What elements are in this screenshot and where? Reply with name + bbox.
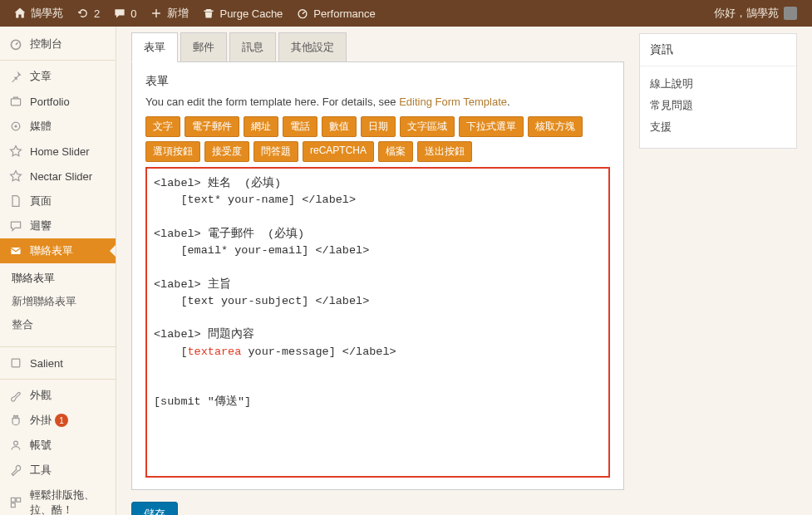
comment-icon [8, 218, 23, 233]
tag-button[interactable]: 電子郵件 [185, 116, 239, 137]
toolbar-comments[interactable]: 0 [106, 0, 143, 27]
info-links: 線上說明常見問題支援 [640, 66, 796, 148]
menu-contact-forms[interactable]: 聯絡表單 [0, 238, 116, 263]
tag-button[interactable]: 檔案 [378, 141, 413, 162]
info-box: 資訊 線上說明常見問題支援 [639, 33, 797, 149]
info-link[interactable]: 支援 [650, 116, 786, 138]
admin-toolbar: 鵠學苑 2 0 新增 Purge Cache Performance 你好，鵠學… [0, 0, 812, 27]
menu-pages[interactable]: 頁面 [0, 189, 116, 213]
menu-portfolio[interactable]: Portfolio [0, 89, 116, 114]
mail-icon [8, 243, 23, 258]
tag-button[interactable]: 送出按鈕 [417, 141, 472, 162]
svg-rect-5 [11, 248, 20, 254]
toolbar-performance[interactable]: Performance [289, 0, 381, 27]
tag-button[interactable]: 文字區域 [400, 116, 455, 137]
svg-point-1 [11, 40, 20, 49]
tag-button[interactable]: reCAPTCHA [303, 141, 374, 162]
tag-button[interactable]: 選項按鈕 [145, 141, 200, 162]
greeting-text: 你好，鵠學苑 [714, 6, 779, 21]
menu-users[interactable]: 帳號 [0, 433, 116, 458]
comment-icon [113, 7, 126, 20]
menu-responses[interactable]: 迴響 [0, 213, 116, 238]
tab-messages[interactable]: 訊息 [229, 32, 276, 62]
submenu-cf-integrate[interactable]: 整合 [0, 313, 116, 336]
svg-point-4 [14, 125, 17, 127]
tab-bar: 表單 郵件 訊息 其他設定 [131, 32, 624, 61]
media-icon [8, 119, 23, 134]
menu-posts[interactable]: 文章 [0, 60, 116, 89]
menu-media[interactable]: 媒體 [0, 114, 116, 139]
wrench-icon [8, 463, 23, 478]
menu-dashboard[interactable]: 控制台 [0, 32, 116, 56]
panel-heading: 表單 [145, 74, 610, 89]
form-template-textarea[interactable]: <label> 姓名 (必填) [text* your-name] </labe… [147, 169, 608, 476]
tag-button[interactable]: 網址 [244, 116, 278, 137]
tab-form[interactable]: 表單 [131, 32, 178, 62]
info-link[interactable]: 線上說明 [650, 73, 786, 95]
toolbar-purge-cache[interactable]: Purge Cache [195, 0, 289, 27]
form-panel: 表單 You can edit the form template here. … [131, 61, 624, 490]
menu-dragdrop[interactable]: 輕鬆排版拖、拉、酷！ [0, 483, 116, 515]
plugins-badge: 1 [55, 414, 68, 427]
svg-rect-2 [11, 99, 20, 105]
tag-button[interactable]: 問答題 [253, 141, 298, 162]
svg-point-0 [298, 10, 307, 18]
tag-button[interactable]: 日期 [361, 116, 396, 137]
svg-rect-9 [17, 498, 21, 502]
menu-appearance[interactable]: 外觀 [0, 379, 116, 408]
menu-plugins[interactable]: 外掛1 [0, 408, 116, 433]
code-highlight-box: <label> 姓名 (必填) [text* your-name] </labe… [145, 167, 610, 478]
portfolio-icon [8, 94, 23, 109]
panel-description: You can edit the form template here. For… [145, 96, 610, 108]
theme-icon [8, 356, 23, 370]
page-icon [8, 194, 23, 208]
brush-icon [8, 388, 23, 403]
dashboard-icon [8, 37, 23, 52]
refresh-icon [76, 7, 90, 20]
tag-button[interactable]: 核取方塊 [528, 116, 583, 137]
tag-button[interactable]: 文字 [145, 116, 180, 137]
trash-icon [202, 7, 215, 20]
tab-other[interactable]: 其他設定 [278, 32, 347, 62]
toolbar-add-new[interactable]: 新增 [143, 0, 195, 27]
add-new-label: 新增 [167, 6, 189, 21]
svg-rect-8 [11, 498, 15, 502]
star-icon [8, 169, 23, 184]
home-icon [13, 7, 27, 20]
avatar-icon [784, 7, 797, 20]
user-icon [8, 438, 23, 453]
site-name: 鵠學苑 [31, 6, 63, 21]
toolbar-greeting[interactable]: 你好，鵠學苑 [706, 6, 805, 21]
menu-salient[interactable]: Salient [0, 346, 116, 375]
desc-link[interactable]: Editing Form Template [399, 96, 507, 108]
comments-count: 0 [130, 7, 136, 20]
refresh-count: 2 [94, 7, 100, 20]
svg-rect-10 [11, 503, 15, 508]
pin-icon [8, 69, 23, 84]
submenu-cf-list[interactable]: 聯絡表單 [0, 267, 116, 290]
save-button[interactable]: 儲存 [131, 502, 178, 515]
purge-cache-label: Purge Cache [219, 7, 283, 20]
tab-mail[interactable]: 郵件 [180, 32, 227, 62]
layout-icon [8, 495, 23, 510]
menu-home-slider[interactable]: Home Slider [0, 139, 116, 164]
svg-rect-6 [12, 359, 20, 367]
tag-button[interactable]: 下拉式選單 [459, 116, 524, 137]
tag-button[interactable]: 數值 [322, 116, 357, 137]
tag-button[interactable]: 接受度 [204, 141, 249, 162]
star-icon [8, 144, 23, 159]
tag-button[interactable]: 電話 [283, 116, 317, 137]
admin-sidebar: 控制台 文章 Portfolio 媒體 Home Slider Nectar S… [0, 27, 116, 515]
submenu-cf-add[interactable]: 新增聯絡表單 [0, 290, 116, 313]
toolbar-refresh[interactable]: 2 [70, 0, 106, 27]
info-box-title: 資訊 [640, 34, 796, 66]
gauge-icon [296, 7, 309, 20]
menu-nectar-slider[interactable]: Nectar Slider [0, 164, 116, 189]
submenu-contact-forms: 聯絡表單 新增聯絡表單 整合 [0, 263, 116, 343]
performance-label: Performance [313, 7, 375, 20]
tag-generator-row: 文字電子郵件網址電話數值日期文字區域下拉式選單核取方塊選項按鈕接受度問答題reC… [145, 116, 610, 162]
toolbar-home[interactable]: 鵠學苑 [7, 0, 70, 27]
content-area: 表單 郵件 訊息 其他設定 表單 You can edit the form t… [116, 27, 812, 515]
info-link[interactable]: 常見問題 [650, 95, 786, 116]
menu-tools[interactable]: 工具 [0, 458, 116, 483]
